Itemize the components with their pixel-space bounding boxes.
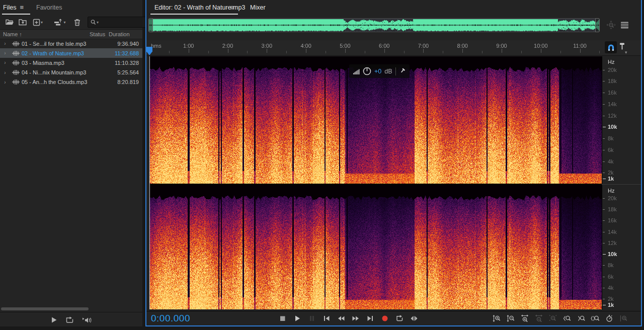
frequency-unit-label: Hz	[608, 59, 614, 65]
zoom-in-time-button[interactable]	[520, 312, 529, 324]
timeline-major-tick	[541, 49, 541, 53]
frequency-tick	[603, 254, 606, 255]
files-panel: Files ≡ Favorites ▾ ▾	[0, 0, 142, 327]
editor-layout-icon[interactable]	[620, 21, 629, 29]
preview-volume-button[interactable]	[82, 316, 92, 324]
skip-to-start-button[interactable]	[320, 312, 333, 324]
row-expand-chevron-icon[interactable]: ›	[0, 79, 10, 85]
delete-button[interactable]	[70, 19, 84, 26]
overview-right-handle[interactable]	[595, 18, 600, 32]
rewind-button[interactable]	[335, 312, 348, 324]
timeline-minor-tick	[482, 51, 482, 53]
preview-play-button[interactable]	[51, 316, 57, 323]
frequency-tick-label: 10k	[608, 124, 617, 130]
volume-hud[interactable]: +0 dB	[349, 64, 410, 78]
frequency-tick-label: 8k	[608, 262, 614, 268]
frequency-tick-label: 14k	[608, 101, 617, 107]
frequency-scale-channel-1: Hz20k18k16k14k12k10k8k6k4k2k1k	[602, 56, 641, 184]
import-files-button[interactable]	[16, 19, 30, 26]
spectral-settings-caret-icon[interactable]: ▾	[625, 50, 627, 55]
zoom-out-amplitude-button[interactable]	[506, 312, 515, 324]
time-display[interactable]: 0:00.000	[151, 313, 190, 324]
file-row[interactable]: ›03 - Miasma.mp311:10.328	[0, 58, 142, 67]
frequency-tick-label: 4k	[608, 285, 614, 291]
file-name: 05 - An...h the Clouds.mp3	[22, 79, 88, 85]
frequency-tick	[603, 277, 605, 277]
new-file-button[interactable]: ▾	[30, 19, 45, 26]
skip-to-end-button[interactable]	[364, 312, 377, 324]
zoom-reset-button[interactable]	[619, 312, 628, 324]
search-box[interactable]: ▾	[88, 17, 149, 28]
files-toolbar: ▾ ▾ ▾	[3, 17, 149, 28]
volume-knob-icon[interactable]	[363, 67, 371, 75]
file-list: ›01 - Se...il for the Isle.mp39:36.940›0…	[0, 39, 142, 87]
timeline-label: 3:00	[262, 43, 272, 49]
row-expand-chevron-icon[interactable]: ›	[0, 50, 10, 56]
frequency-tick-label: 16k	[608, 90, 617, 96]
zoom-in-left-edge-button[interactable]	[562, 312, 572, 324]
spectrogram-channel-2[interactable]	[149, 185, 602, 309]
editor-panel-menu-icon[interactable]: ≡	[230, 4, 234, 11]
zoom-in-amplitude-button[interactable]	[492, 312, 501, 324]
zoom-to-selection-button[interactable]	[591, 312, 600, 324]
frequency-tick	[603, 288, 605, 288]
overview-waveform-canvas[interactable]	[149, 19, 599, 32]
fast-forward-button[interactable]	[349, 312, 362, 324]
tab-mixer[interactable]: Mixer	[250, 4, 266, 11]
row-expand-chevron-icon[interactable]: ›	[0, 41, 10, 46]
window-bottom-strip	[0, 326, 644, 330]
playhead-line[interactable]	[149, 56, 150, 309]
overview-waveform[interactable]	[148, 18, 600, 32]
frequency-tick	[603, 305, 606, 305]
hud-pin-icon[interactable]	[397, 66, 407, 75]
zoom-in-right-edge-button[interactable]	[577, 312, 586, 324]
file-list-header: Name ↑ Status Duration	[0, 29, 142, 39]
record-button[interactable]	[378, 312, 391, 324]
frequency-unit-label: Hz	[608, 188, 614, 194]
waveform-file-icon	[10, 79, 22, 85]
stop-button[interactable]	[276, 312, 289, 324]
column-status[interactable]: Status	[90, 31, 105, 37]
file-row[interactable]: ›05 - An...h the Clouds.mp38:20.819	[0, 77, 142, 87]
timeline-minor-tick	[169, 51, 170, 53]
overview-zoom-out-full-icon[interactable]	[606, 21, 616, 30]
row-expand-chevron-icon[interactable]: ›	[0, 60, 10, 65]
timeline-minor-tick	[443, 51, 443, 53]
playhead-marker[interactable]	[146, 47, 152, 55]
search-input[interactable]	[99, 19, 144, 26]
play-button[interactable]	[291, 312, 304, 324]
frequency-tick	[603, 232, 605, 232]
timeline-label: 9:00	[496, 43, 507, 49]
files-panel-menu-icon[interactable]: ≡	[20, 4, 24, 11]
file-duration: 5:25.564	[106, 69, 142, 75]
hud-gain-value[interactable]: +0	[374, 68, 381, 75]
file-row[interactable]: ›04 - Ni...nix Mountain.mp35:25.564	[0, 68, 142, 77]
frequency-tick	[603, 209, 605, 210]
zoom-to-playhead-button[interactable]	[605, 312, 614, 324]
overview-left-handle[interactable]	[148, 18, 153, 32]
preview-loop-button[interactable]	[65, 316, 74, 324]
tab-favorites[interactable]: Favorites	[36, 4, 62, 11]
timeline-ruler[interactable]: hms 1:002:003:004:005:006:007:008:009:00…	[146, 40, 641, 56]
frequency-tick	[603, 81, 605, 81]
insert-into-multitrack-button[interactable]: ▾	[51, 19, 68, 26]
tab-files[interactable]: Files	[3, 4, 16, 11]
open-file-button[interactable]	[3, 19, 16, 26]
timeline-label: 1:00	[183, 43, 194, 49]
loop-playback-button[interactable]	[393, 312, 406, 324]
column-name[interactable]: Name	[3, 31, 18, 37]
timeline-major-tick	[462, 49, 463, 53]
zoom-out-time-button[interactable]	[534, 312, 543, 324]
magnet-icon	[607, 43, 615, 52]
file-row[interactable]: ›02 - Wrath of Nature.mp311:32.688	[0, 48, 142, 58]
zoom-out-full-button[interactable]	[548, 312, 557, 324]
skip-selection-button[interactable]	[408, 312, 421, 324]
pause-button[interactable]	[305, 312, 318, 324]
row-expand-chevron-icon[interactable]: ›	[0, 70, 10, 75]
column-duration[interactable]: Duration	[109, 31, 130, 37]
snap-toggle-button[interactable]	[605, 41, 617, 53]
timeline-minor-tick	[521, 51, 522, 53]
files-horizontal-scrollbar[interactable]	[1, 307, 89, 310]
file-row[interactable]: ›01 - Se...il for the Isle.mp39:36.940	[0, 39, 142, 48]
frequency-tick-label: 6k	[608, 274, 614, 280]
